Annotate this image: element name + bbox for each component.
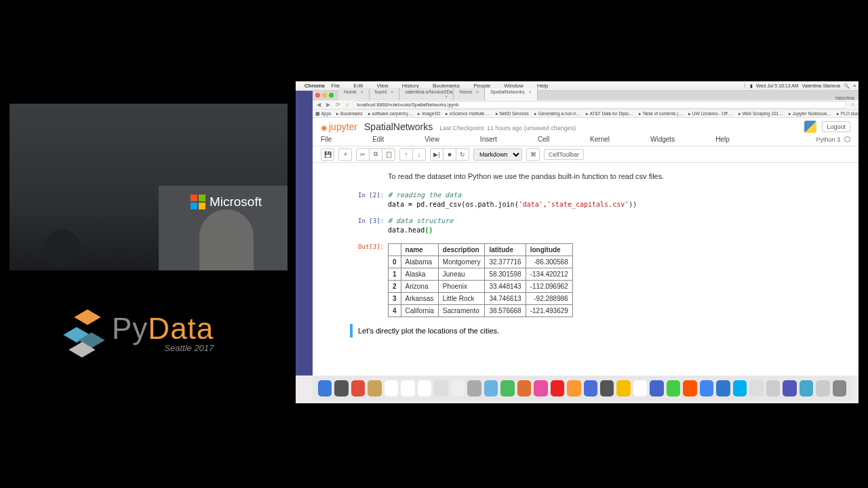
- dock-app-icon[interactable]: [567, 380, 580, 396]
- zoom-icon[interactable]: [329, 93, 334, 98]
- bookmark-item[interactable]: ▸ software carpentry…: [368, 111, 413, 117]
- mac-dock[interactable]: [313, 376, 852, 401]
- bookmark-item[interactable]: ▸ Bookmarks: [336, 111, 362, 117]
- kernel-name[interactable]: Python 3: [816, 136, 840, 143]
- bookmark-item[interactable]: ▸ Web Scraping 101…: [738, 111, 783, 117]
- dock-app-icon[interactable]: [584, 380, 597, 396]
- dock-app-icon[interactable]: [500, 380, 514, 396]
- home-button[interactable]: ⌂: [344, 102, 351, 108]
- command-palette-button[interactable]: ⌘: [526, 148, 540, 161]
- dock-app-icon[interactable]: [318, 380, 332, 396]
- menubar-user[interactable]: Valentina Staneva: [802, 83, 840, 88]
- code-cell-in3[interactable]: In [3]: # data structure data.head(): [350, 216, 859, 235]
- menu-item[interactable]: Kernel: [590, 136, 610, 143]
- bookmark-item[interactable]: ▸ Jupyter Notebook…: [789, 111, 831, 117]
- dock-app-icon[interactable]: [749, 380, 763, 396]
- code-area[interactable]: # reading the data data = pd.read_csv(os…: [388, 190, 637, 209]
- star-icon[interactable]: ☆: [849, 102, 856, 108]
- menu-item[interactable]: Widgets: [650, 136, 675, 143]
- dock-app-icon[interactable]: [600, 380, 614, 396]
- paste-button[interactable]: 📋: [382, 148, 395, 161]
- chrome-tabbar[interactable]: Home×found×valentina-s/Novice2DataNinja×…: [313, 91, 859, 100]
- dock-app-icon[interactable]: [716, 380, 730, 396]
- menu-item[interactable]: Edit: [372, 136, 384, 143]
- reload-button[interactable]: ⟳: [334, 102, 341, 108]
- dock-app-icon[interactable]: [418, 380, 431, 396]
- jupyter-logo[interactable]: jupyter: [321, 121, 357, 132]
- minimize-icon[interactable]: [322, 93, 327, 98]
- browser-tab[interactable]: Home×: [454, 88, 485, 100]
- battery-icon[interactable]: ▮: [750, 83, 753, 89]
- dock-app-icon[interactable]: [800, 380, 813, 396]
- code-area[interactable]: # data structure data.head(): [388, 216, 453, 235]
- dock-app-icon[interactable]: [434, 380, 448, 396]
- notebook-title[interactable]: SpatialNetworks: [364, 121, 433, 132]
- window-controls[interactable]: [315, 93, 334, 98]
- menubar-app[interactable]: Chrome: [304, 83, 325, 89]
- dock-app-icon[interactable]: [484, 380, 498, 396]
- run-button[interactable]: ▶|: [430, 148, 443, 161]
- wifi-icon[interactable]: ⧙: [744, 83, 747, 88]
- tab-close-icon[interactable]: ×: [476, 89, 479, 94]
- dock-app-icon[interactable]: [616, 380, 630, 396]
- move-up-button[interactable]: ↑: [399, 148, 413, 161]
- notebook-body[interactable]: To read the dataset into Python we use t…: [313, 163, 859, 375]
- jupyter-menubar[interactable]: FileEditViewInsertCellKernelWidgetsHelp …: [313, 133, 859, 146]
- menu-item[interactable]: Insert: [480, 136, 497, 143]
- dock-app-icon[interactable]: [667, 380, 680, 396]
- dock-app-icon[interactable]: [467, 380, 481, 396]
- interrupt-button[interactable]: ■: [443, 148, 456, 161]
- dock-app-icon[interactable]: [633, 380, 647, 396]
- dock-app-icon[interactable]: [517, 380, 531, 396]
- dock-app-icon[interactable]: [451, 380, 465, 396]
- menu-item[interactable]: File: [321, 136, 332, 143]
- dock-app-icon[interactable]: [384, 380, 398, 396]
- close-icon[interactable]: [315, 93, 320, 98]
- tab-close-icon[interactable]: ×: [445, 94, 448, 99]
- restart-button[interactable]: ↻: [456, 148, 469, 161]
- logout-button[interactable]: Logout: [822, 121, 850, 132]
- bookmark-item[interactable]: ▸ Table of contents (…: [639, 111, 683, 117]
- account-label[interactable]: Valentina: [831, 96, 859, 100]
- dock-app-icon[interactable]: [816, 380, 829, 396]
- tab-close-icon[interactable]: ×: [361, 89, 363, 94]
- dock-app-icon[interactable]: [700, 380, 713, 396]
- url-field[interactable]: localhost:8888/notebooks/SpatialNetworks…: [353, 101, 846, 108]
- dock-app-icon[interactable]: [334, 380, 348, 396]
- celltoolbar-button[interactable]: CellToolbar: [544, 149, 584, 160]
- dock-app-icon[interactable]: [766, 380, 780, 396]
- dock-app-icon[interactable]: [650, 380, 663, 396]
- dock-app-icon[interactable]: [351, 380, 365, 396]
- bookmark-item[interactable]: ▸ NetID Services: [496, 111, 529, 117]
- markdown-cell-selected[interactable]: Let's directly plot the locations of the…: [350, 324, 859, 338]
- menu-item[interactable]: View: [425, 136, 439, 143]
- code-cell-in2[interactable]: In [2]: # reading the data data = pd.rea…: [350, 190, 859, 209]
- dock-app-icon[interactable]: [733, 380, 747, 396]
- browser-tab[interactable]: found×: [370, 88, 400, 100]
- add-cell-button[interactable]: ＋: [338, 148, 352, 161]
- copy-button[interactable]: ⧉: [369, 148, 382, 161]
- jupyter-toolbar[interactable]: 💾 ＋ ✂ ⧉ 📋 ↑ ↓ ▶| ■ ↻ Markdown ⌘ CellTool…: [313, 146, 859, 163]
- cell-type-select[interactable]: Markdown: [473, 148, 522, 161]
- bookmark-item[interactable]: ▸ UW Libraries - Off …: [688, 111, 733, 117]
- markdown-cell[interactable]: To read the dataset into Python we use t…: [350, 169, 859, 184]
- bookmark-item[interactable]: ▸ eScience Institute …: [446, 111, 490, 117]
- cut-button[interactable]: ✂: [356, 148, 370, 161]
- mac-menu-item[interactable]: Help: [537, 83, 548, 89]
- dock-app-icon[interactable]: [551, 380, 564, 396]
- browser-tab[interactable]: SpatialNetworks×: [485, 88, 538, 100]
- chrome-urlbar[interactable]: ◀ ▶ ⟳ ⌂ localhost:8888/notebooks/Spatial…: [313, 100, 859, 110]
- dock-app-icon[interactable]: [401, 380, 414, 396]
- dock-app-icon[interactable]: [683, 380, 696, 396]
- menu-item[interactable]: Help: [715, 136, 730, 143]
- tab-close-icon[interactable]: ×: [391, 89, 393, 94]
- bookmark-item[interactable]: ▸ ImageXD: [418, 111, 440, 117]
- dock-app-icon[interactable]: [783, 380, 796, 396]
- bookmark-item[interactable]: ▸ Generating a non-h…: [534, 111, 580, 117]
- dock-app-icon[interactable]: [534, 380, 547, 396]
- save-button[interactable]: 💾: [321, 148, 334, 161]
- menu-item[interactable]: Cell: [538, 136, 549, 143]
- browser-tab[interactable]: valentina-s/Novice2DataNinja×: [399, 88, 454, 100]
- bookmark-item[interactable]: ▸ PLO students | Ap…: [837, 111, 859, 117]
- bookmarks-bar[interactable]: ▦ Apps ▸ Bookmarks ▸ software carpentry……: [313, 110, 859, 118]
